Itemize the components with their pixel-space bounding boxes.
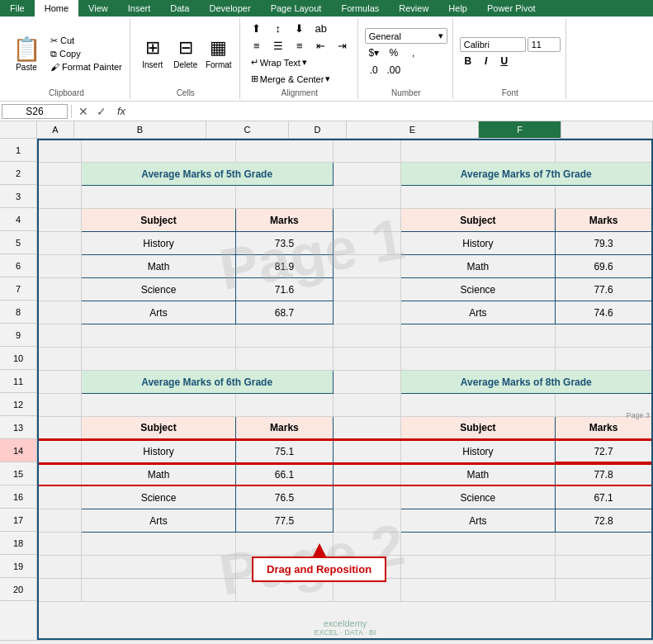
cell-f14[interactable]: 72.7: [556, 440, 652, 463]
bold-button[interactable]: B: [460, 53, 476, 69]
cell-c1[interactable]: [236, 140, 333, 163]
cell-f8[interactable]: 74.6: [556, 301, 652, 324]
cell-b10[interactable]: [81, 348, 236, 371]
align-right-button[interactable]: ≡: [290, 37, 310, 54]
formula-input[interactable]: [133, 105, 651, 118]
cell-d14[interactable]: [333, 440, 400, 463]
cell-b19[interactable]: [81, 556, 236, 579]
cell-c20[interactable]: [236, 579, 333, 602]
row-num-18[interactable]: 18: [0, 532, 36, 555]
cell-e12[interactable]: [400, 394, 556, 417]
cell-a5[interactable]: [38, 232, 82, 255]
col-header-f[interactable]: F: [479, 121, 561, 138]
orientation-button[interactable]: ab: [311, 20, 331, 36]
cell-d5[interactable]: [333, 232, 400, 255]
indent-decrease-button[interactable]: ⇤: [311, 37, 331, 54]
row-num-3[interactable]: 3: [0, 185, 36, 208]
cell-e18[interactable]: [400, 533, 556, 556]
cell-e17[interactable]: Arts: [400, 509, 556, 533]
cell-c6[interactable]: 81.9: [236, 255, 333, 278]
cell-a14[interactable]: [38, 440, 82, 463]
percent-button[interactable]: %: [385, 45, 403, 61]
cell-d6[interactable]: [333, 255, 400, 278]
row-num-4[interactable]: 4: [0, 208, 36, 231]
cell-e1[interactable]: [400, 140, 556, 163]
row-num-7[interactable]: 7: [0, 277, 36, 301]
cell-d19[interactable]: [333, 556, 400, 579]
cell-a1[interactable]: [38, 140, 82, 163]
cell-e15[interactable]: Math: [400, 463, 556, 486]
align-top-button[interactable]: ⬆: [247, 20, 267, 36]
tab-developer[interactable]: Developer: [200, 0, 261, 17]
paste-button[interactable]: 📋 Paste: [8, 30, 45, 78]
cell-e6[interactable]: Math: [400, 255, 556, 278]
row-num-19[interactable]: 19: [0, 555, 36, 578]
cell-d16[interactable]: [333, 486, 400, 509]
font-size-dropdown[interactable]: 11: [528, 37, 561, 52]
cell-d20[interactable]: [333, 579, 400, 602]
cell-c19[interactable]: [236, 556, 333, 579]
cell-b1[interactable]: [81, 140, 236, 163]
cell-f20[interactable]: [556, 579, 652, 602]
row-num-17[interactable]: 17: [0, 509, 36, 532]
increase-decimal-button[interactable]: .00: [385, 62, 403, 78]
cell-b6[interactable]: Math: [81, 255, 236, 278]
cell-f4-marks[interactable]: Marks: [556, 209, 652, 232]
cell-e14[interactable]: History: [400, 440, 556, 463]
tab-home[interactable]: Home: [35, 0, 78, 17]
insert-button[interactable]: ⊞ Insert: [137, 30, 168, 78]
cell-a8[interactable]: [38, 301, 82, 324]
cell-d3[interactable]: [333, 186, 400, 209]
row-num-5[interactable]: 5: [0, 231, 36, 254]
cell-d8[interactable]: [333, 301, 400, 324]
cell-f18[interactable]: [556, 533, 652, 556]
row-num-14[interactable]: 14: [0, 439, 36, 462]
cell-b12[interactable]: [81, 394, 236, 417]
cell-e7[interactable]: Science: [400, 278, 556, 301]
cell-b18[interactable]: [81, 533, 236, 556]
col-header-c[interactable]: C: [206, 121, 289, 138]
cell-b15[interactable]: Math: [81, 463, 236, 486]
row-num-11[interactable]: 11: [0, 370, 36, 393]
tab-review[interactable]: Review: [389, 0, 438, 17]
cell-d17[interactable]: [333, 509, 400, 533]
cell-c5[interactable]: 73.5: [236, 232, 333, 255]
cell-e3[interactable]: [400, 186, 556, 209]
cell-f13-marks[interactable]: Marks: [556, 417, 652, 440]
corner-cell[interactable]: [0, 121, 37, 138]
merge-center-button[interactable]: ⊞ Merge & Center ▾: [247, 71, 335, 87]
cell-a3[interactable]: [38, 186, 82, 209]
cell-c9[interactable]: [236, 324, 333, 348]
cell-a9[interactable]: [38, 324, 82, 348]
col-header-d[interactable]: D: [289, 121, 347, 138]
row-num-8[interactable]: 8: [0, 301, 36, 324]
cell-c18[interactable]: [236, 533, 333, 556]
cell-d7[interactable]: [333, 278, 400, 301]
underline-button[interactable]: U: [496, 53, 513, 69]
align-bottom-button[interactable]: ⬇: [290, 20, 310, 36]
cell-e2-grade7-header[interactable]: Average Marks of 7th Grade: [400, 163, 652, 186]
cell-a15[interactable]: [38, 463, 82, 486]
currency-button[interactable]: $▾: [365, 45, 383, 61]
align-left-button[interactable]: ≡: [247, 37, 267, 54]
row-num-6[interactable]: 6: [0, 254, 36, 277]
cell-d1[interactable]: [333, 140, 400, 163]
tab-formulas[interactable]: Formulas: [331, 0, 389, 17]
decrease-decimal-button[interactable]: .0: [365, 62, 383, 78]
cell-b2-grade5-header[interactable]: Average Marks of 5th Grade: [81, 163, 333, 186]
format-button[interactable]: ▦ Format: [203, 30, 234, 78]
row-num-9[interactable]: 9: [0, 324, 36, 347]
cell-b9[interactable]: [81, 324, 236, 348]
cell-a11[interactable]: [38, 371, 82, 394]
cell-d12[interactable]: [333, 394, 400, 417]
copy-button[interactable]: ⧉ Copy: [48, 48, 125, 60]
cell-b7[interactable]: Science: [81, 278, 236, 301]
cell-f7[interactable]: 77.6: [556, 278, 652, 301]
font-name-dropdown[interactable]: Calibri: [460, 37, 526, 52]
cell-f3[interactable]: [556, 186, 652, 209]
row-num-10[interactable]: 10: [0, 347, 36, 370]
cell-e8[interactable]: Arts: [400, 301, 556, 324]
tab-file[interactable]: File: [0, 0, 35, 17]
row-num-2[interactable]: 2: [0, 162, 36, 185]
cell-c14[interactable]: 75.1: [236, 440, 333, 463]
